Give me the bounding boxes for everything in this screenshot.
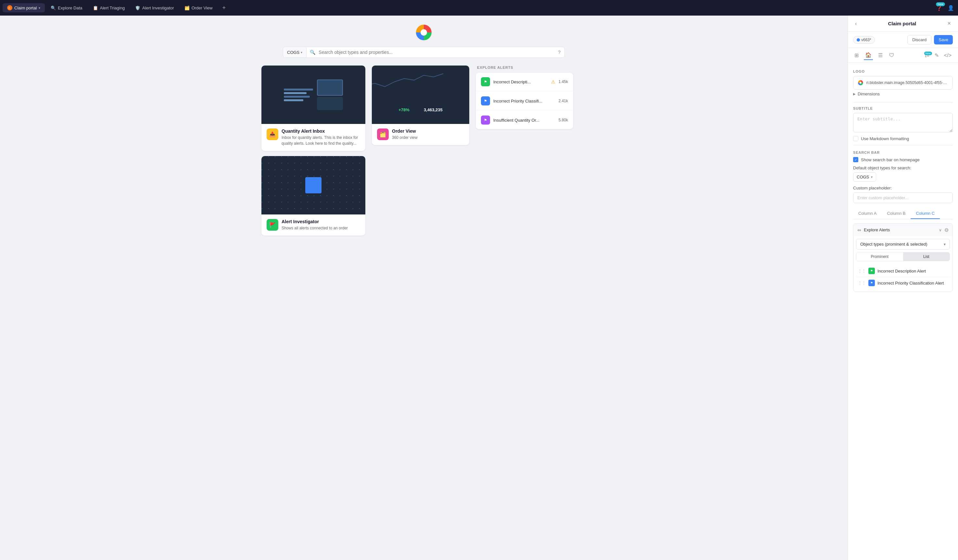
explore-arrows-icon: ⇔ xyxy=(857,228,861,233)
alert-investigator-icon: 🛡️ xyxy=(135,6,140,10)
logo-preview[interactable]: ri.blobster.main.image.50505d65-4001-4f5… xyxy=(853,76,953,90)
prominent-tab[interactable]: Prominent xyxy=(856,252,903,261)
columns-tabs: Column A Column B Column C xyxy=(853,208,953,219)
edit-icon[interactable]: ✎ xyxy=(933,51,940,60)
alert-item-1[interactable]: ⚑ Incorrect Priority Classifi... 2.41k xyxy=(476,92,573,110)
alert-name-2: Insufficient Quantity Or... xyxy=(493,118,555,123)
inbox-icon: 📥 xyxy=(269,131,276,138)
markdown-label: Use Markdown formatting xyxy=(861,136,909,141)
order-view-icon: 🗂️ xyxy=(377,128,389,140)
numbered-list-icon-wrap: 1≡ New xyxy=(923,53,931,58)
alert-investigator-icon: 🚩 xyxy=(266,219,278,231)
quantity-alert-thumbnail xyxy=(262,66,365,124)
quantity-alert-icon: 📥 xyxy=(266,128,278,140)
flag-icon-0: ⚑ xyxy=(484,80,487,84)
drag-handle-0[interactable]: ⋮⋮ xyxy=(858,269,866,273)
explore-list-item-1[interactable]: ⋮⋮ ⚑ Incorrect Priority Classification A… xyxy=(856,277,950,289)
cogs-select[interactable]: COGS ▾ xyxy=(853,172,876,182)
drag-handle-1[interactable]: ⋮⋮ xyxy=(858,281,866,285)
markdown-checkbox[interactable] xyxy=(853,136,858,141)
version-label: v663* xyxy=(861,38,871,42)
version-dot xyxy=(856,38,860,41)
quantity-alert-card[interactable]: 📥 Quantity Alert Inbox Inbox for quantit… xyxy=(262,66,365,151)
help-button[interactable]: ❓ New xyxy=(934,3,944,12)
explore-data-icon: 🔍 xyxy=(51,6,56,10)
explore-item-flag-icon-1: ⚑ xyxy=(870,281,873,285)
grid-icon[interactable]: ⊞ xyxy=(853,51,860,60)
search-bar-panel-section: SEARCH BAR ✓ Show search bar on homepage… xyxy=(853,150,953,203)
search-cogs-label: COGS xyxy=(287,50,300,55)
divider-2 xyxy=(853,145,953,146)
quantity-alert-info: 📥 Quantity Alert Inbox Inbox for quantit… xyxy=(262,124,365,151)
main-search-bar: COGS ▾ 🔍 ? xyxy=(283,47,565,58)
add-tab-button[interactable]: + xyxy=(219,3,228,13)
svg-point-6 xyxy=(860,82,861,84)
quantity-alert-title: Quantity Alert Inbox xyxy=(282,128,360,134)
explore-minus-button[interactable]: ⊖ xyxy=(944,227,948,233)
nav-tab-alert-triaging[interactable]: 📋 Alert Triaging xyxy=(88,3,130,12)
show-search-toggle[interactable]: ✓ xyxy=(853,157,858,162)
nav-tab-alert-investigator[interactable]: 🛡️ Alert Investigator xyxy=(130,3,179,12)
search-icon: 🔍 xyxy=(310,50,315,55)
new-badge: New xyxy=(936,2,945,6)
discard-button[interactable]: Discard xyxy=(907,35,931,44)
explore-alerts-panel: EXPLORE ALERTS ⚑ Incorrect Descripti... … xyxy=(476,66,573,236)
alert-item-2[interactable]: ⚑ Insufficient Quantity Or... 5.80k xyxy=(476,111,573,129)
obj-type-select-box[interactable]: Object types (prominent & selected) ▾ xyxy=(856,239,950,250)
content-area: COGS ▾ 🔍 ? xyxy=(0,16,848,560)
panel-icon-bar: ⊞ 🏠 ☰ 🛡 1≡ New ✎ </> xyxy=(848,48,958,63)
alert-item-0[interactable]: ⚑ Incorrect Descripti... ⚠ 1.45k xyxy=(476,73,573,91)
explore-config-header: ⇔ Explore Alerts ∨ ⊖ xyxy=(853,223,952,236)
list-icon[interactable]: ☰ xyxy=(877,51,884,60)
explore-alerts-list: ⚑ Incorrect Descripti... ⚠ 1.45k ⚑ Incor… xyxy=(476,73,573,129)
panel-back-button[interactable]: ‹ xyxy=(853,20,859,27)
save-button[interactable]: Save xyxy=(934,35,953,44)
dimensions-row[interactable]: ▶ Dimensions xyxy=(853,90,953,98)
obj-type-arrow: ▾ xyxy=(944,242,946,247)
search-cogs-dropdown[interactable]: COGS ▾ xyxy=(283,47,306,57)
code-icon[interactable]: </> xyxy=(943,51,953,60)
order-view-card[interactable]: +78% 3,463,235 🗂️ Order View 360 order v… xyxy=(372,66,469,145)
custom-placeholder-input[interactable] xyxy=(853,192,953,203)
panel-title: Claim portal xyxy=(861,21,943,26)
user-icon: 👤 xyxy=(948,5,954,11)
panel-icon-right: 1≡ New ✎ </> xyxy=(923,51,953,60)
nav-tab-explore-data[interactable]: 🔍 Explore Data xyxy=(46,3,87,12)
prominent-list-tabs: Prominent List xyxy=(856,252,950,261)
flag-icon-1: ⚑ xyxy=(484,99,487,103)
panel-actions: Discard Save xyxy=(907,35,953,44)
shield-icon[interactable]: 🛡 xyxy=(888,51,896,60)
search-help-button[interactable]: ? xyxy=(554,47,565,57)
explore-item-flag-0: ⚑ xyxy=(868,268,875,274)
explore-list-item-0[interactable]: ⋮⋮ ⚑ Incorrect Description Alert xyxy=(856,265,950,277)
alert-investigator-card[interactable]: 🚩 Alert Investigator Shows all alerts co… xyxy=(262,156,365,236)
tab-column-b[interactable]: Column B xyxy=(882,208,910,219)
nav-tab-claim-portal-label: Claim portal xyxy=(14,6,37,10)
dimensions-label: Dimensions xyxy=(858,92,880,96)
subtitle-input[interactable] xyxy=(853,113,953,132)
order-number-stat: 3,463,235 xyxy=(419,106,447,114)
order-growth-stat: +78% xyxy=(394,106,414,114)
flag-icon-2: ⚑ xyxy=(484,118,487,122)
explore-alerts-config: ⇔ Explore Alerts ∨ ⊖ Object types (promi… xyxy=(853,223,953,292)
panel-close-button[interactable]: × xyxy=(945,19,953,28)
user-button[interactable]: 👤 xyxy=(946,3,955,12)
order-view-desc: 360 order view xyxy=(392,134,418,141)
tab-column-a[interactable]: Column A xyxy=(853,208,882,219)
main-layout: COGS ▾ 🔍 ? xyxy=(0,16,958,560)
obj-types-label: Default object types for search: xyxy=(853,166,953,170)
alert-flag-2: ⚑ xyxy=(481,115,490,125)
search-input[interactable] xyxy=(319,50,554,55)
obj-type-select-wrap: Object types (prominent & selected) ▾ xyxy=(856,239,950,250)
nav-tab-claim-portal[interactable]: C Claim portal ▾ xyxy=(3,3,45,12)
version-badge[interactable]: v663* xyxy=(853,36,875,44)
logo-path-text: ri.blobster.main.image.50505d65-4001-4f5… xyxy=(866,81,948,85)
nav-tab-order-view[interactable]: 🗂️ Order View xyxy=(180,3,217,12)
alert-investigator-info: 🚩 Alert Investigator Shows all alerts co… xyxy=(262,214,365,236)
tab-column-c[interactable]: Column C xyxy=(910,208,940,219)
home-icon[interactable]: 🏠 xyxy=(864,51,873,60)
list-tab[interactable]: List xyxy=(903,252,950,261)
explore-chevron-icon[interactable]: ∨ xyxy=(939,228,942,232)
alert-name-1: Incorrect Priority Classifi... xyxy=(493,99,555,103)
alert-count-0: 1.45k xyxy=(558,79,568,84)
